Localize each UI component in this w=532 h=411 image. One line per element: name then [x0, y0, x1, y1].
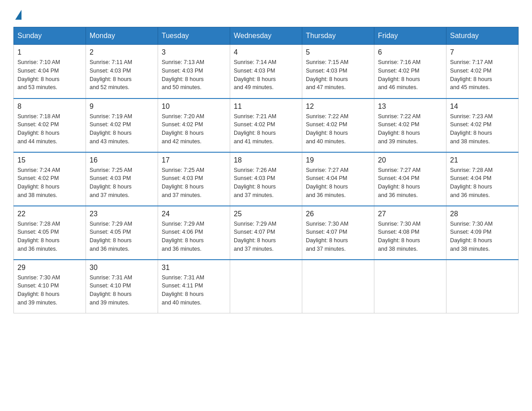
calendar-cell: 5 Sunrise: 7:15 AM Sunset: 4:03 PM Dayli…: [302, 45, 374, 98]
calendar-cell: 15 Sunrise: 7:24 AM Sunset: 4:02 PM Dayl…: [14, 152, 86, 206]
col-header-friday: Friday: [374, 27, 446, 45]
calendar-cell: 11 Sunrise: 7:21 AM Sunset: 4:02 PM Dayl…: [230, 98, 302, 152]
day-number: 7: [450, 48, 515, 56]
calendar-cell: 8 Sunrise: 7:18 AM Sunset: 4:02 PM Dayli…: [14, 98, 86, 152]
day-number: 11: [234, 103, 298, 111]
calendar-cell: [374, 260, 446, 313]
day-info: Sunrise: 7:27 AM Sunset: 4:04 PM Dayligh…: [378, 166, 442, 200]
day-info: Sunrise: 7:17 AM Sunset: 4:02 PM Dayligh…: [450, 58, 515, 92]
day-info: Sunrise: 7:27 AM Sunset: 4:04 PM Dayligh…: [306, 166, 370, 200]
day-info: Sunrise: 7:26 AM Sunset: 4:03 PM Dayligh…: [234, 166, 298, 200]
day-number: 14: [450, 103, 515, 111]
day-info: Sunrise: 7:31 AM Sunset: 4:10 PM Dayligh…: [90, 274, 154, 307]
day-number: 27: [378, 210, 442, 218]
page-header: [13, 9, 519, 18]
day-info: Sunrise: 7:25 AM Sunset: 4:03 PM Dayligh…: [90, 166, 154, 200]
day-info: Sunrise: 7:30 AM Sunset: 4:07 PM Dayligh…: [306, 220, 370, 253]
day-info: Sunrise: 7:30 AM Sunset: 4:08 PM Dayligh…: [378, 220, 442, 253]
day-number: 26: [306, 210, 370, 218]
day-info: Sunrise: 7:24 AM Sunset: 4:02 PM Dayligh…: [17, 166, 82, 200]
col-header-monday: Monday: [86, 27, 158, 45]
day-info: Sunrise: 7:28 AM Sunset: 4:04 PM Dayligh…: [450, 166, 515, 200]
calendar-cell: 2 Sunrise: 7:11 AM Sunset: 4:03 PM Dayli…: [86, 45, 158, 98]
calendar-cell: 9 Sunrise: 7:19 AM Sunset: 4:02 PM Dayli…: [86, 98, 158, 152]
calendar-cell: 30 Sunrise: 7:31 AM Sunset: 4:10 PM Dayl…: [86, 260, 158, 313]
calendar-cell: 28 Sunrise: 7:30 AM Sunset: 4:09 PM Dayl…: [446, 206, 519, 260]
day-number: 1: [17, 48, 82, 56]
day-info: Sunrise: 7:29 AM Sunset: 4:05 PM Dayligh…: [90, 220, 154, 253]
day-info: Sunrise: 7:25 AM Sunset: 4:03 PM Dayligh…: [162, 166, 226, 200]
calendar-cell: 17 Sunrise: 7:25 AM Sunset: 4:03 PM Dayl…: [158, 152, 230, 206]
calendar-week-row: 22 Sunrise: 7:28 AM Sunset: 4:05 PM Dayl…: [14, 206, 519, 260]
col-header-tuesday: Tuesday: [158, 27, 230, 45]
calendar-cell: [230, 260, 302, 313]
day-number: 2: [90, 48, 154, 56]
day-info: Sunrise: 7:29 AM Sunset: 4:07 PM Dayligh…: [234, 220, 298, 253]
day-info: Sunrise: 7:23 AM Sunset: 4:02 PM Dayligh…: [450, 112, 515, 146]
calendar-cell: 4 Sunrise: 7:14 AM Sunset: 4:03 PM Dayli…: [230, 45, 302, 98]
calendar-cell: 20 Sunrise: 7:27 AM Sunset: 4:04 PM Dayl…: [374, 152, 446, 206]
day-number: 10: [162, 103, 226, 111]
day-number: 15: [17, 156, 82, 164]
calendar-cell: 22 Sunrise: 7:28 AM Sunset: 4:05 PM Dayl…: [14, 206, 86, 260]
day-info: Sunrise: 7:10 AM Sunset: 4:04 PM Dayligh…: [17, 58, 82, 92]
col-header-thursday: Thursday: [302, 27, 374, 45]
day-info: Sunrise: 7:18 AM Sunset: 4:02 PM Dayligh…: [17, 112, 82, 146]
day-number: 13: [378, 103, 442, 111]
day-info: Sunrise: 7:11 AM Sunset: 4:03 PM Dayligh…: [90, 58, 154, 92]
day-number: 3: [162, 48, 226, 56]
col-header-wednesday: Wednesday: [230, 27, 302, 45]
logo-triangle-icon: [15, 10, 21, 20]
day-info: Sunrise: 7:28 AM Sunset: 4:05 PM Dayligh…: [17, 220, 82, 253]
day-info: Sunrise: 7:22 AM Sunset: 4:02 PM Dayligh…: [378, 112, 442, 146]
calendar-cell: 10 Sunrise: 7:20 AM Sunset: 4:02 PM Dayl…: [158, 98, 230, 152]
day-info: Sunrise: 7:30 AM Sunset: 4:10 PM Dayligh…: [17, 274, 82, 307]
day-number: 12: [306, 103, 370, 111]
day-info: Sunrise: 7:30 AM Sunset: 4:09 PM Dayligh…: [450, 220, 515, 253]
calendar-week-row: 29 Sunrise: 7:30 AM Sunset: 4:10 PM Dayl…: [14, 260, 519, 313]
calendar-cell: 13 Sunrise: 7:22 AM Sunset: 4:02 PM Dayl…: [374, 98, 446, 152]
day-number: 21: [450, 156, 515, 164]
calendar-cell: 14 Sunrise: 7:23 AM Sunset: 4:02 PM Dayl…: [446, 98, 519, 152]
calendar-cell: 31 Sunrise: 7:31 AM Sunset: 4:11 PM Dayl…: [158, 260, 230, 313]
day-info: Sunrise: 7:19 AM Sunset: 4:02 PM Dayligh…: [90, 112, 154, 146]
day-info: Sunrise: 7:14 AM Sunset: 4:03 PM Dayligh…: [234, 58, 298, 92]
calendar-cell: 12 Sunrise: 7:22 AM Sunset: 4:02 PM Dayl…: [302, 98, 374, 152]
day-info: Sunrise: 7:15 AM Sunset: 4:03 PM Dayligh…: [306, 58, 370, 92]
day-number: 24: [162, 210, 226, 218]
day-number: 5: [306, 48, 370, 56]
day-number: 25: [234, 210, 298, 218]
calendar-cell: 29 Sunrise: 7:30 AM Sunset: 4:10 PM Dayl…: [14, 260, 86, 313]
calendar-cell: 27 Sunrise: 7:30 AM Sunset: 4:08 PM Dayl…: [374, 206, 446, 260]
day-number: 4: [234, 48, 298, 56]
calendar-cell: 24 Sunrise: 7:29 AM Sunset: 4:06 PM Dayl…: [158, 206, 230, 260]
calendar-cell: 19 Sunrise: 7:27 AM Sunset: 4:04 PM Dayl…: [302, 152, 374, 206]
day-info: Sunrise: 7:22 AM Sunset: 4:02 PM Dayligh…: [306, 112, 370, 146]
day-number: 28: [450, 210, 515, 218]
calendar-cell: 3 Sunrise: 7:13 AM Sunset: 4:03 PM Dayli…: [158, 45, 230, 98]
day-info: Sunrise: 7:31 AM Sunset: 4:11 PM Dayligh…: [162, 274, 226, 307]
calendar-cell: 25 Sunrise: 7:29 AM Sunset: 4:07 PM Dayl…: [230, 206, 302, 260]
day-number: 6: [378, 48, 442, 56]
calendar-cell: 16 Sunrise: 7:25 AM Sunset: 4:03 PM Dayl…: [86, 152, 158, 206]
day-number: 8: [17, 103, 82, 111]
day-number: 19: [306, 156, 370, 164]
day-number: 22: [17, 210, 82, 218]
day-info: Sunrise: 7:20 AM Sunset: 4:02 PM Dayligh…: [162, 112, 226, 146]
calendar-cell: 23 Sunrise: 7:29 AM Sunset: 4:05 PM Dayl…: [86, 206, 158, 260]
calendar-table: SundayMondayTuesdayWednesdayThursdayFrid…: [13, 27, 519, 313]
calendar-cell: [302, 260, 374, 313]
logo: [13, 9, 21, 18]
day-number: 29: [17, 264, 82, 272]
day-number: 20: [378, 156, 442, 164]
calendar-cell: 21 Sunrise: 7:28 AM Sunset: 4:04 PM Dayl…: [446, 152, 519, 206]
day-info: Sunrise: 7:13 AM Sunset: 4:03 PM Dayligh…: [162, 58, 226, 92]
day-number: 18: [234, 156, 298, 164]
calendar-cell: 18 Sunrise: 7:26 AM Sunset: 4:03 PM Dayl…: [230, 152, 302, 206]
day-number: 16: [90, 156, 154, 164]
day-number: 30: [90, 264, 154, 272]
calendar-cell: 7 Sunrise: 7:17 AM Sunset: 4:02 PM Dayli…: [446, 45, 519, 98]
calendar-week-row: 8 Sunrise: 7:18 AM Sunset: 4:02 PM Dayli…: [14, 98, 519, 152]
day-number: 9: [90, 103, 154, 111]
day-info: Sunrise: 7:16 AM Sunset: 4:02 PM Dayligh…: [378, 58, 442, 92]
